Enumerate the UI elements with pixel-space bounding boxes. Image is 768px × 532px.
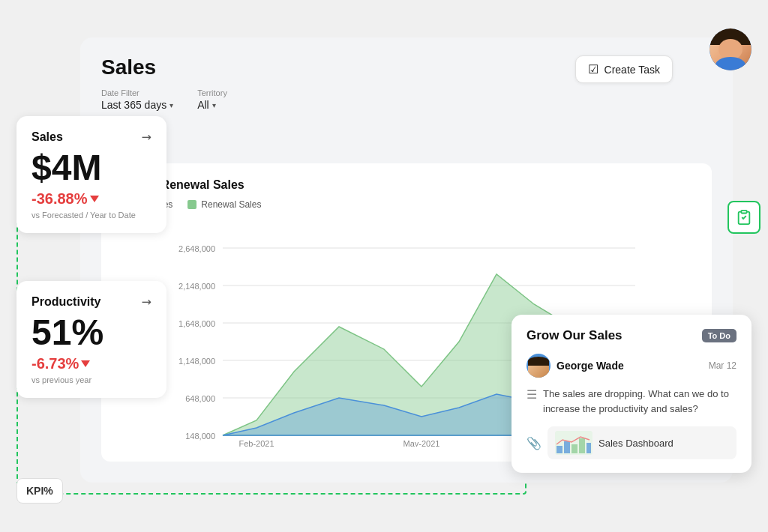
task-message: The sales are dropping. What can we do t… xyxy=(543,387,736,416)
kpi-productivity-triangle-icon xyxy=(81,360,90,367)
kpi-sales-triangle-icon xyxy=(90,196,99,202)
svg-text:2,648,000: 2,648,000 xyxy=(178,244,215,253)
task-attachment-thumb xyxy=(555,431,592,455)
svg-rect-19 xyxy=(572,444,578,453)
task-attachment-name: Sales Dashboard xyxy=(598,438,674,449)
legend-renewal-sales: Renewal Sales xyxy=(188,199,261,210)
create-task-button[interactable]: ☑ Create Task xyxy=(575,55,673,83)
territory-filter-label: Territory xyxy=(197,88,227,97)
svg-rect-18 xyxy=(564,441,570,453)
task-card-title: Grow Our Sales xyxy=(526,328,622,343)
svg-text:2,148,000: 2,148,000 xyxy=(178,282,215,291)
svg-rect-15 xyxy=(741,211,746,214)
legend-renewal-sales-label: Renewal Sales xyxy=(201,199,261,210)
clipboard-icon[interactable] xyxy=(728,201,760,234)
kpi-productivity-change-value: -6.73% xyxy=(32,355,79,372)
svg-text:148,000: 148,000 xyxy=(185,432,215,441)
kpi-productivity-change: -6.73% xyxy=(32,355,152,372)
task-card-header: Grow Our Sales To Do xyxy=(526,328,736,343)
task-user-left: George Wade xyxy=(526,354,624,378)
legend-renewal-sales-dot xyxy=(188,200,196,209)
avatar[interactable] xyxy=(710,28,752,70)
kpi-sales-arrow-icon: ↗ xyxy=(138,128,155,145)
task-user-avatar xyxy=(526,354,550,378)
svg-rect-17 xyxy=(556,446,562,453)
kpi-sales-header: Sales ↗ xyxy=(32,130,152,144)
svg-text:1,648,000: 1,648,000 xyxy=(178,319,215,328)
svg-rect-20 xyxy=(579,438,585,453)
kpi-productivity-card: Productivity ↗ 51% -6.73% vs previous ye… xyxy=(16,281,166,398)
kpi-productivity-header: Productivity ↗ xyxy=(32,294,152,309)
territory-filter-value: All xyxy=(197,99,209,111)
date-filter-chevron: ▾ xyxy=(170,101,173,109)
svg-text:1,148,000: 1,148,000 xyxy=(178,357,215,366)
kpi-sales-card: Sales ↗ $4M -36.88% vs Forecasted / Year… xyxy=(16,116,166,233)
kpi-label[interactable]: KPI% xyxy=(16,478,63,504)
svg-rect-21 xyxy=(586,443,591,453)
date-filter-group: Date Filter Last 365 days ▾ xyxy=(101,88,173,111)
kpi-productivity-arrow-icon: ↗ xyxy=(138,293,155,310)
filters-row: Date Filter Last 365 days ▾ Territory Al… xyxy=(101,88,712,111)
task-card: Grow Our Sales To Do George Wade Mar 12 … xyxy=(512,315,752,473)
chart-title: New vs Renewal Sales xyxy=(116,178,697,192)
date-filter-select[interactable]: Last 365 days ▾ xyxy=(101,99,173,111)
kpi-sales-value: $4M xyxy=(32,150,152,186)
territory-filter-select[interactable]: All ▾ xyxy=(197,99,227,111)
kpi-sales-change-value: -36.88% xyxy=(32,190,88,208)
task-attachment-preview[interactable]: Sales Dashboard xyxy=(548,426,736,459)
create-task-icon: ☑ xyxy=(588,62,598,76)
date-filter-label: Date Filter xyxy=(101,88,173,97)
kpi-productivity-subtitle: vs previous year xyxy=(32,375,152,384)
svg-text:648,000: 648,000 xyxy=(185,394,215,403)
kpi-sales-title: Sales xyxy=(32,130,63,144)
territory-filter-chevron: ▾ xyxy=(212,101,216,109)
task-message-row: ☰ The sales are dropping. What can we do… xyxy=(526,387,736,416)
task-date: Mar 12 xyxy=(709,360,736,371)
task-user-row: George Wade Mar 12 xyxy=(526,354,736,378)
chart-legend: New Sales Renewal Sales xyxy=(116,199,697,210)
kpi-productivity-title: Productivity xyxy=(32,295,100,309)
kpi-sales-change: -36.88% xyxy=(32,190,152,208)
task-attachment-row: 📎 Sales Dashboard xyxy=(526,426,736,459)
svg-text:May-2021: May-2021 xyxy=(404,439,440,447)
task-attachment-icon: 📎 xyxy=(526,436,542,450)
task-user-name: George Wade xyxy=(556,360,624,372)
svg-text:Feb-2021: Feb-2021 xyxy=(238,439,274,447)
create-task-label: Create Task xyxy=(604,64,660,76)
date-filter-value: Last 365 days xyxy=(101,99,166,111)
task-message-icon: ☰ xyxy=(526,387,537,416)
task-badge: To Do xyxy=(702,329,736,342)
territory-filter-group: Territory All ▾ xyxy=(197,88,227,111)
kpi-productivity-value: 51% xyxy=(32,315,152,351)
kpi-sales-subtitle: vs Forecasted / Year to Date xyxy=(32,211,152,220)
